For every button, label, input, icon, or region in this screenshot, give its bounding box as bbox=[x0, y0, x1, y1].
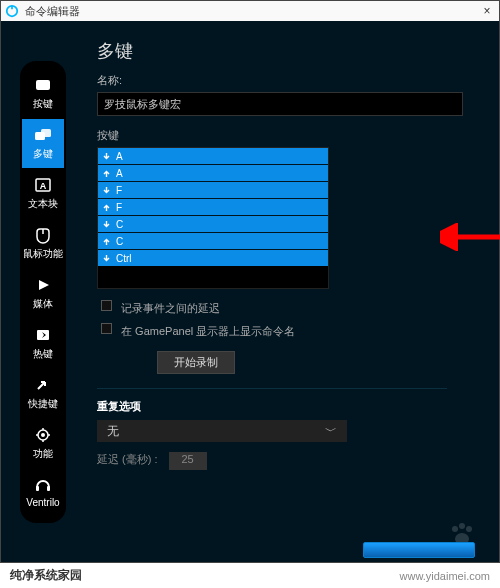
sidebar-item-label: 媒体 bbox=[33, 297, 53, 311]
svg-rect-17 bbox=[47, 486, 50, 491]
repeat-select[interactable]: 无 ﹀ bbox=[97, 420, 347, 442]
watermark-url: www.yidaimei.com bbox=[400, 570, 490, 582]
arrow-down-icon bbox=[102, 152, 111, 161]
sidebar-item-multikey[interactable]: 多键 bbox=[22, 119, 64, 168]
key-name: C bbox=[116, 219, 123, 230]
titlebar: 命令编辑器 × bbox=[1, 1, 499, 21]
textblock-icon: A bbox=[33, 176, 53, 194]
play-icon bbox=[33, 276, 53, 294]
gamepanel-label: 在 GamePanel 显示器上显示命令名 bbox=[121, 325, 295, 337]
sidebar-container: 按键 多键 A 文本块 鼠标功能 媒体 bbox=[1, 21, 85, 562]
key-row[interactable]: C bbox=[98, 233, 328, 250]
svg-rect-1 bbox=[36, 80, 50, 90]
sidebar-item-label: 功能 bbox=[33, 447, 53, 461]
delay-input[interactable]: 25 bbox=[169, 452, 207, 470]
record-delay-option[interactable]: 记录事件之间的延迟 bbox=[97, 297, 477, 316]
key-name: F bbox=[116, 202, 122, 213]
sidebar-item-text[interactable]: A 文本块 bbox=[22, 169, 64, 218]
mouse-icon bbox=[33, 226, 53, 244]
app-logo bbox=[5, 4, 19, 18]
key-row[interactable]: A bbox=[98, 165, 328, 182]
arrow-up-icon bbox=[102, 169, 111, 178]
sidebar-item-label: 快捷键 bbox=[28, 397, 58, 411]
start-record-button[interactable]: 开始录制 bbox=[157, 351, 235, 374]
sidebar: 按键 多键 A 文本块 鼠标功能 媒体 bbox=[20, 61, 66, 523]
key-row[interactable]: Ctrl bbox=[98, 250, 328, 266]
svg-point-21 bbox=[459, 523, 465, 529]
shortcut-icon bbox=[33, 376, 53, 394]
page-title: 多键 bbox=[97, 39, 477, 63]
arrow-down-icon bbox=[102, 186, 111, 195]
key-row[interactable]: F bbox=[98, 182, 328, 199]
sidebar-item-mouse[interactable]: 鼠标功能 bbox=[22, 219, 64, 268]
gear-icon bbox=[33, 426, 53, 444]
sidebar-item-keys[interactable]: 按键 bbox=[22, 69, 64, 118]
window-title: 命令编辑器 bbox=[25, 4, 479, 19]
arrow-up-icon bbox=[102, 237, 111, 246]
key-name: A bbox=[116, 151, 123, 162]
key-name: Ctrl bbox=[116, 253, 132, 264]
sidebar-item-ventrilo[interactable]: Ventrilo bbox=[22, 469, 64, 515]
sidebar-item-shortcut[interactable]: 快捷键 bbox=[22, 369, 64, 418]
svg-rect-16 bbox=[36, 486, 39, 491]
sidebar-item-label: 鼠标功能 bbox=[23, 247, 63, 261]
key-row[interactable]: F bbox=[98, 199, 328, 216]
svg-marker-7 bbox=[39, 280, 49, 290]
watermark-bar: 纯净系统家园 www.yidaimei.com bbox=[0, 563, 500, 588]
record-delay-checkbox[interactable] bbox=[101, 300, 112, 311]
record-delay-label: 记录事件之间的延迟 bbox=[121, 302, 220, 314]
close-icon[interactable]: × bbox=[479, 3, 495, 19]
sidebar-item-hotkey[interactable]: 热键 bbox=[22, 319, 64, 368]
sidebar-item-label: 按键 bbox=[33, 97, 53, 111]
repeat-heading: 重复选项 bbox=[97, 399, 477, 414]
key-row[interactable]: A bbox=[98, 148, 328, 165]
window-body: 按键 多键 A 文本块 鼠标功能 媒体 bbox=[1, 21, 499, 562]
main-panel: 多键 名称: 按键 A A F F C C Ctrl 记录事件之间的延迟 在 G… bbox=[85, 21, 499, 562]
annotation-arrow bbox=[440, 223, 500, 251]
bottom-action-button[interactable] bbox=[363, 542, 475, 558]
delay-row: 延迟 (毫秒) : 25 bbox=[97, 452, 477, 470]
chevron-down-icon: ﹀ bbox=[325, 423, 337, 440]
sidebar-item-label: 多键 bbox=[33, 147, 53, 161]
headset-icon bbox=[33, 476, 53, 494]
svg-rect-8 bbox=[37, 330, 49, 340]
svg-rect-3 bbox=[41, 129, 51, 137]
key-name: F bbox=[116, 185, 122, 196]
sidebar-item-label: 热键 bbox=[33, 347, 53, 361]
repeat-value: 无 bbox=[107, 423, 119, 440]
multikey-icon bbox=[33, 126, 53, 144]
divider bbox=[97, 388, 447, 389]
arrow-down-icon bbox=[102, 220, 111, 229]
svg-point-11 bbox=[41, 433, 45, 437]
key-sequence-box[interactable]: A A F F C C Ctrl bbox=[97, 147, 329, 289]
sidebar-item-function[interactable]: 功能 bbox=[22, 419, 64, 468]
watermark-brand: 纯净系统家园 bbox=[10, 567, 82, 584]
keycap-icon bbox=[33, 76, 53, 94]
gamepanel-option[interactable]: 在 GamePanel 显示器上显示命令名 bbox=[97, 320, 477, 339]
key-name: A bbox=[116, 168, 123, 179]
app-window: 命令编辑器 × 按键 多键 A 文本块 鼠标功能 bbox=[0, 0, 500, 563]
arrow-down-icon bbox=[102, 254, 111, 263]
key-name: C bbox=[116, 236, 123, 247]
delay-label: 延迟 (毫秒) : bbox=[97, 453, 158, 465]
svg-point-20 bbox=[452, 526, 458, 532]
name-input[interactable] bbox=[97, 92, 463, 116]
key-box-empty bbox=[98, 266, 328, 288]
svg-text:A: A bbox=[40, 181, 47, 191]
keys-label: 按键 bbox=[97, 128, 477, 143]
arrow-up-icon bbox=[102, 203, 111, 212]
gamepanel-checkbox[interactable] bbox=[101, 323, 112, 334]
key-row[interactable]: C bbox=[98, 216, 328, 233]
sidebar-item-label: Ventrilo bbox=[26, 497, 59, 508]
svg-point-22 bbox=[466, 526, 472, 532]
hotkey-icon bbox=[33, 326, 53, 344]
sidebar-item-media[interactable]: 媒体 bbox=[22, 269, 64, 318]
sidebar-item-label: 文本块 bbox=[28, 197, 58, 211]
name-label: 名称: bbox=[97, 73, 477, 88]
